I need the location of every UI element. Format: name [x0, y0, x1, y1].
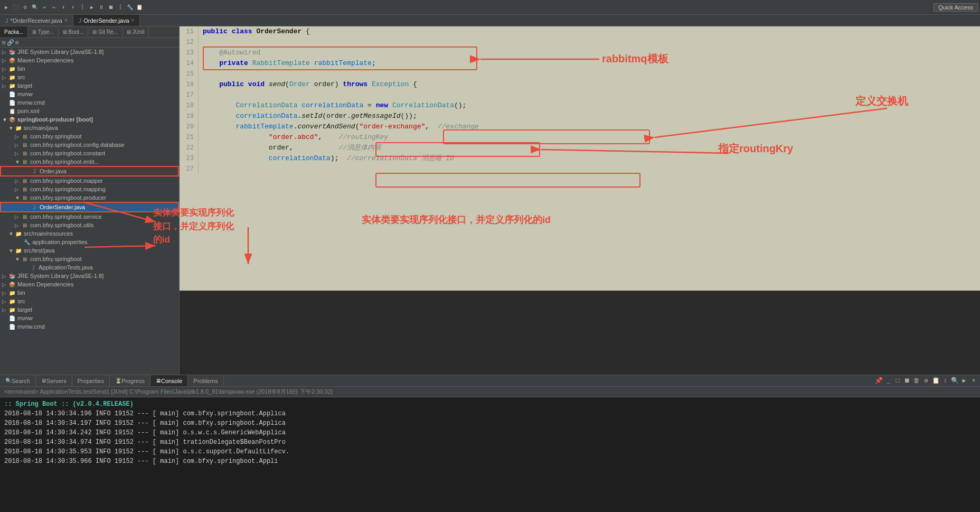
tree-src-test-java[interactable]: ▼ 📁 src/test/java [0, 246, 179, 255]
toolbar-icon-11[interactable]: ⏹ [107, 3, 115, 12]
bottom-tab-properties[interactable]: Properties [72, 375, 110, 386]
toolbar-icon-9[interactable]: ▶ [88, 3, 96, 12]
console-toolbar-1[interactable]: ⏹ [903, 377, 911, 385]
tree-maven-deps[interactable]: ▷ 📦 Maven Dependencies [0, 56, 179, 64]
project-icon: 📦 [8, 116, 16, 123]
tree-pkg-springboot-test[interactable]: ▼ ⊞ com.bfxy.springboot [0, 255, 179, 263]
code-editor[interactable]: 11 public class OrderSender { 12 13 @Aut… [180, 26, 980, 375]
line-number: 20 [180, 122, 199, 132]
tree-mvnw[interactable]: ▷ 📄 mvnw [0, 90, 179, 98]
toolbar-sep2: | [116, 3, 125, 12]
line-number: 27 [180, 164, 199, 174]
tree-target2[interactable]: ▷ 📁 target [0, 305, 179, 314]
console-toolbar-7[interactable]: ▶ [960, 377, 968, 385]
toolbar-icon-8[interactable]: ⬇ [69, 3, 77, 12]
tab-order-receiver[interactable]: J *OrderReceiver.java × [0, 15, 73, 26]
bottom-tab-console[interactable]: 🖥 Console [150, 375, 188, 386]
tree-arrow: ▷ [2, 290, 8, 296]
console-toolbar-6[interactable]: 🔍 [950, 377, 959, 385]
tree-pkg-utils[interactable]: ▷ ⊞ com.bfxy.springboot.utils [0, 221, 179, 229]
tree-jre-label: JRE System Library [JavaSE-1.8] [17, 49, 103, 55]
tree-maven-deps2[interactable]: ▷ 📦 Maven Dependencies [0, 280, 179, 288]
tree-order-java[interactable]: ▷ J Order.java [0, 166, 179, 176]
bottom-panel: 🔍 Search 🖥 Servers Properties ⏳ Progress… [0, 375, 980, 512]
console-minimize-icon[interactable]: _ [884, 377, 892, 385]
sidebar-collapse-all[interactable]: ⊟ [2, 39, 6, 46]
line-number: 17 [180, 90, 199, 100]
toolbar-icon-6[interactable]: ↪ [50, 3, 58, 12]
console-close-icon[interactable]: × [969, 377, 978, 385]
tree-src[interactable]: ▷ 📁 src [0, 73, 179, 81]
tree-target[interactable]: ▷ 📁 target [0, 81, 179, 90]
tree-pkg-constant[interactable]: ▷ ⊞ com.bfxy.springboot.constant [0, 149, 179, 157]
toolbar-icon-4[interactable]: 🔍 [31, 3, 39, 12]
tree-pkg-springboot[interactable]: ▷ ⊞ com.bfxy.springboot [0, 132, 179, 141]
sidebar-tab-boot[interactable]: ⊞ Boot... [59, 26, 89, 38]
tree-bin2[interactable]: ▷ 📁 bin [0, 288, 179, 297]
console-pin-icon[interactable]: 📌 [874, 377, 883, 385]
tree-maven-label2: Maven Dependencies [17, 281, 73, 287]
toolbar-icon-1[interactable]: ▶ [2, 3, 11, 12]
bottom-tab-progress[interactable]: ⏳ Progress [110, 375, 150, 386]
console-output[interactable]: :: Spring Boot :: (v2.0.4.RELEASE) 2018-… [0, 397, 980, 512]
console-maximize-icon[interactable]: □ [893, 377, 902, 385]
tab-order-receiver-close[interactable]: × [64, 17, 68, 23]
tree-application-props[interactable]: ▷ 🔧 application.properties [0, 238, 179, 246]
tree-pkg-entity[interactable]: ▼ ⊞ com.bfxy.springboot.entit... [0, 157, 179, 166]
bottom-tab-search-icon: 🔍 [5, 378, 12, 384]
tab-order-sender[interactable]: J OrderSender.java × [73, 15, 140, 26]
tree-src-main-resources[interactable]: ▼ 📁 src/main/resources [0, 229, 179, 238]
tree-src-main-java[interactable]: ▼ 📁 src/main/java [0, 124, 179, 132]
sidebar-settings[interactable]: ⚙ [15, 39, 19, 46]
sidebar-tab-package[interactable]: Packa... [0, 26, 28, 38]
tree-src2[interactable]: ▷ 📁 src [0, 297, 179, 305]
bottom-tab-problems[interactable]: Problems [188, 375, 223, 386]
tree-pkg-producer[interactable]: ▼ ⊞ com.bfxy.springboot.producer [0, 193, 179, 202]
toolbar-icon-12[interactable]: 🔧 [126, 3, 134, 12]
tree-pkg-service[interactable]: ▷ ⊞ com.bfxy.springboot.service [0, 212, 179, 221]
sidebar-tab-junit[interactable]: ⊞ JUnit [123, 26, 149, 38]
sidebar-link-editor[interactable]: 🔗 [7, 39, 14, 46]
tree-pkg-mapping[interactable]: ▷ ⊞ com.bfxy.springboot.mapping [0, 185, 179, 193]
toolbar-icon-10[interactable]: ⏸ [97, 3, 106, 12]
toolbar-icon-2[interactable]: ⬛ [12, 3, 20, 12]
tree-pkg-mapper-label: com.bfxy.springboot.mapper [30, 178, 103, 184]
sidebar-tree[interactable]: ⊟ 🔗 ⚙ ▷ 📚 JRE System Library [JavaSE-1.8… [0, 38, 179, 375]
toolbar-icon-13[interactable]: 📋 [135, 3, 144, 12]
tree-order-sender-java[interactable]: ▷ J OrderSender.java [0, 202, 179, 212]
tree-application-tests[interactable]: ▷ J ApplicationTests.java [0, 263, 179, 272]
quick-access-bar[interactable]: Quick Access [934, 3, 978, 12]
line-content: private RabbitTemplate rabbitTemplate; [199, 58, 376, 69]
tree-arrow: ▷ [2, 299, 8, 304]
bottom-tab-search[interactable]: 🔍 Search [0, 375, 36, 386]
sidebar-tab-git[interactable]: ⊞ Git Re... [88, 26, 122, 38]
toolbar-icon-5[interactable]: ↩ [40, 3, 49, 12]
console-log-5: 2018-08-18 14:30:35.953 INFO 19152 --- [… [4, 447, 976, 457]
tree-bin[interactable]: ▷ 📁 bin [0, 64, 179, 73]
sidebar-tab-type[interactable]: ⊞ Type... [28, 26, 59, 38]
tree-arrow: ▷ [2, 83, 8, 89]
tree-pkg-config-db[interactable]: ▷ ⊞ com.bfxy.springboot.config.database [0, 141, 179, 149]
tree-mvnw-cmd[interactable]: ▷ 📄 mvnw.cmd [0, 98, 179, 107]
toolbar-sep: | [78, 3, 87, 12]
tree-arrow-expanded: ▼ [8, 125, 15, 131]
code-scroll-area[interactable]: 11 public class OrderSender { 12 13 @Aut… [180, 26, 980, 375]
console-toolbar-5[interactable]: ↕ [941, 377, 949, 385]
bottom-tab-servers[interactable]: 🖥 Servers [36, 375, 72, 386]
toolbar-icon-7[interactable]: ⬆ [59, 3, 68, 12]
tab-order-receiver-icon: J [5, 17, 8, 24]
tree-pkg-mapping-label: com.bfxy.springboot.mapping [30, 186, 106, 192]
tree-mvnw-cmd2[interactable]: ▷ 📄 mvnw.cmd [0, 322, 179, 331]
tree-pom[interactable]: ▷ 📋 pom.xml [0, 107, 179, 115]
tree-jre-system2[interactable]: ▷ 📚 JRE System Library [JavaSE-1.8] [0, 272, 179, 280]
tab-order-sender-close[interactable]: × [131, 17, 135, 23]
toolbar-icon-3[interactable]: ⚙ [21, 3, 30, 12]
console-toolbar-4[interactable]: 📋 [931, 377, 940, 385]
tree-pkg-mapper[interactable]: ▷ ⊞ com.bfxy.springboot.mapper [0, 176, 179, 185]
console-toolbar-2[interactable]: 🗑 [912, 377, 921, 385]
tree-jre-system[interactable]: ▷ 📚 JRE System Library [JavaSE-1.8] [0, 48, 179, 56]
tree-mvnw2[interactable]: ▷ 📄 mvnw [0, 314, 179, 322]
console-toolbar-3[interactable]: ⚙ [922, 377, 930, 385]
spring-banner-text: :: Spring Boot :: (v2.0.4.RELEASE) [4, 401, 134, 408]
tree-springboot-producer[interactable]: ▼ 📦 springboot-producer [boot] [0, 115, 179, 124]
